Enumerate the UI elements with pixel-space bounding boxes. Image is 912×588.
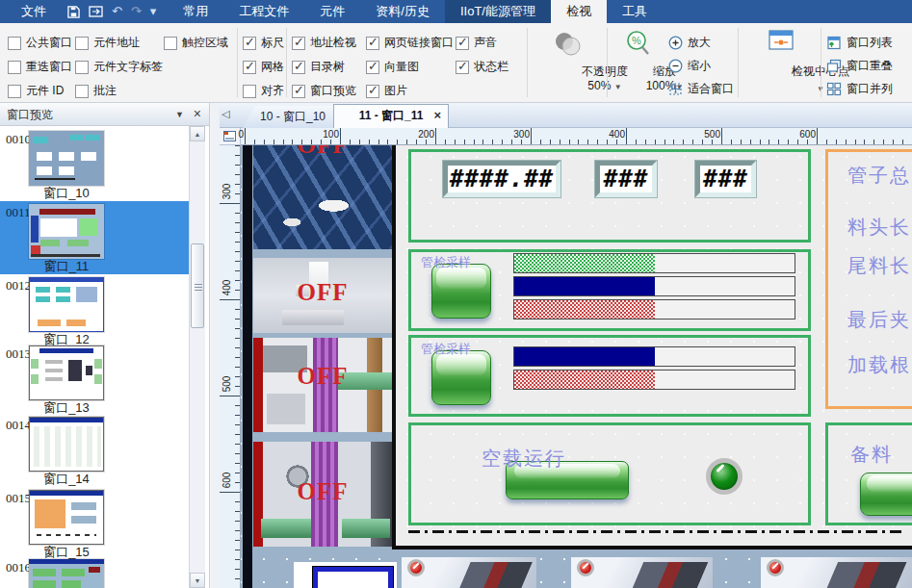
- blue-frame-object[interactable]: [313, 567, 393, 588]
- export-window-icon[interactable]: [89, 6, 103, 17]
- window-thumbnail[interactable]: [29, 559, 104, 588]
- sample-button-2[interactable]: [431, 350, 491, 405]
- window-item-11[interactable]: 0011 窗口_11: [0, 201, 189, 274]
- window-thumbnail[interactable]: [29, 131, 104, 186]
- window-thumbnail[interactable]: [29, 204, 104, 259]
- checkbox-picture[interactable]: 图片: [366, 83, 454, 99]
- tab-home[interactable]: 常用: [168, 0, 223, 23]
- checkbox-object-text-label[interactable]: 元件文字标签: [75, 59, 163, 75]
- panel-close-icon[interactable]: ×: [194, 106, 201, 121]
- tab-project-file[interactable]: 工程文件: [223, 0, 304, 23]
- file-menu[interactable]: 文件: [0, 0, 65, 23]
- green-indicator-led[interactable]: [706, 458, 743, 495]
- window-thumbnail[interactable]: [29, 490, 104, 545]
- numeric-display-3[interactable]: ###: [695, 161, 756, 197]
- zoom-ratio-button[interactable]: % 缩放 100%▼: [611, 23, 664, 102]
- checkbox-directory-tree[interactable]: 目录树: [292, 59, 356, 75]
- checkbox-ruler[interactable]: 标尺: [243, 35, 284, 51]
- bottom-machine-photo-3[interactable]: [761, 557, 912, 588]
- tab-view[interactable]: 检视: [551, 0, 607, 23]
- numeric-display-group: ####.## ### ###: [408, 149, 811, 243]
- red-indicator-led[interactable]: [407, 559, 425, 576]
- window-list-button[interactable]: 窗口列表: [826, 33, 893, 52]
- document-tab-window-10[interactable]: 10 - 窗口_10: [243, 106, 333, 128]
- zoom-out-icon: [668, 59, 683, 73]
- ready-button[interactable]: [860, 473, 912, 516]
- sidebar-scrollbar[interactable]: ▲ ▼: [189, 126, 205, 588]
- fit-window-button[interactable]: 适合窗口: [668, 79, 734, 98]
- numeric-display-2[interactable]: ###: [595, 161, 657, 197]
- window-item-16[interactable]: 0016: [0, 556, 189, 588]
- window-item-14[interactable]: 0014 窗口_14: [0, 414, 189, 487]
- machine-photo-4[interactable]: OFF: [253, 442, 392, 547]
- checkbox-box: [243, 61, 256, 74]
- bottom-machine-photo-1[interactable]: [402, 557, 536, 588]
- tab-data-history[interactable]: 资料/历史: [360, 0, 445, 23]
- toolbar-options-icon[interactable]: ▾: [150, 0, 157, 23]
- scroll-down-icon[interactable]: ▼: [190, 573, 205, 588]
- window-item-12[interactable]: 0012 窗口_12: [0, 274, 189, 347]
- dashed-divider-line: [408, 530, 905, 533]
- checkbox-vector-graphics[interactable]: 向量图: [366, 59, 454, 75]
- window-cascade-icon: [826, 59, 842, 73]
- document-tab-window-11[interactable]: 11 - 窗口_11 ×: [333, 104, 449, 128]
- zoom-out-button[interactable]: 缩小: [668, 56, 711, 75]
- panel-menu-icon[interactable]: ▼: [175, 110, 184, 119]
- view-center-button[interactable]: 检视中心点 ▼: [740, 23, 821, 102]
- tab-close-icon[interactable]: ×: [433, 105, 441, 126]
- checkbox-comment[interactable]: 批注: [75, 83, 163, 99]
- window-cascade-button[interactable]: 窗口重叠: [826, 56, 893, 75]
- checkbox-status-bar[interactable]: 状态栏: [456, 59, 508, 75]
- checkbox-sound[interactable]: 声音: [456, 35, 508, 51]
- progress-bar-red: [513, 370, 795, 390]
- checkbox-touch-area[interactable]: 触控区域: [164, 35, 228, 51]
- zoom-in-button[interactable]: 放大: [668, 33, 711, 52]
- window-thumbnail[interactable]: [29, 277, 104, 332]
- machine-photo-3[interactable]: OFF: [253, 338, 392, 432]
- design-canvas[interactable]: OFF OFF OFF OFF ####.## ### ###: [241, 145, 912, 588]
- tab-iiot-energy[interactable]: IIoT/能源管理: [445, 0, 551, 23]
- tab-scroll-left-icon[interactable]: ◁: [221, 108, 229, 120]
- tab-object[interactable]: 元件: [304, 0, 360, 23]
- window-thumbnail[interactable]: [29, 417, 104, 472]
- red-indicator-led[interactable]: [577, 559, 594, 576]
- fit-window-label: 适合窗口: [688, 81, 734, 97]
- panel-splitter[interactable]: [211, 103, 220, 588]
- checkbox-box: [292, 61, 305, 74]
- undo-icon[interactable]: ↶: [112, 0, 122, 23]
- hmi-main-panel[interactable]: ####.## ### ### 管检采样 管检采样: [392, 145, 912, 550]
- window-thumbnail[interactable]: [29, 345, 104, 400]
- off-state-label: OFF: [298, 279, 349, 306]
- checkbox-address-view[interactable]: 地址检视: [292, 35, 356, 51]
- checkbox-snap[interactable]: 对齐: [243, 83, 284, 99]
- window-item-13[interactable]: 0013 窗口_13: [0, 343, 189, 416]
- numeric-display-1[interactable]: ####.##: [443, 161, 560, 197]
- window-tile-button[interactable]: 窗口并列: [826, 79, 893, 98]
- scrollbar-thumb[interactable]: [191, 243, 204, 328]
- checkbox-label: 声音: [474, 35, 497, 51]
- red-indicator-led[interactable]: [767, 559, 784, 576]
- scroll-up-icon[interactable]: ▲: [190, 126, 205, 141]
- view-center-icon: [768, 29, 795, 52]
- ready-label: 备料: [850, 442, 893, 468]
- checkbox-public-window[interactable]: 公共窗口: [8, 35, 72, 51]
- window-item-15[interactable]: 0015 窗口_15: [0, 487, 189, 560]
- bottom-machine-photo-2[interactable]: [571, 557, 713, 588]
- save-icon[interactable]: [67, 6, 80, 18]
- opacity-button[interactable]: 不透明度 50% ▼: [530, 23, 605, 102]
- checkbox-overlay-window[interactable]: 重迭窗口: [8, 59, 72, 75]
- checkbox-web-link-window[interactable]: 网页链接窗口: [366, 35, 454, 51]
- window-item-10[interactable]: 0010 窗口_10: [0, 128, 189, 201]
- checkbox-box: [292, 85, 305, 98]
- tab-tools[interactable]: 工具: [607, 0, 663, 23]
- redo-icon[interactable]: ↷: [131, 0, 142, 23]
- machine-photo-2[interactable]: OFF: [253, 258, 392, 333]
- checkbox-grid[interactable]: 网格: [243, 59, 284, 75]
- checkbox-object-id[interactable]: 元件 ID: [8, 83, 72, 99]
- checkbox-window-preview[interactable]: 窗口预览: [292, 83, 356, 99]
- checkbox-object-address[interactable]: 元件地址: [75, 35, 163, 51]
- sample-button-1[interactable]: [431, 264, 491, 319]
- quick-access-toolbar: ↶ ↷ ▾: [65, 0, 168, 23]
- machine-photo-1[interactable]: OFF: [253, 145, 392, 249]
- opacity-icon: [553, 31, 582, 60]
